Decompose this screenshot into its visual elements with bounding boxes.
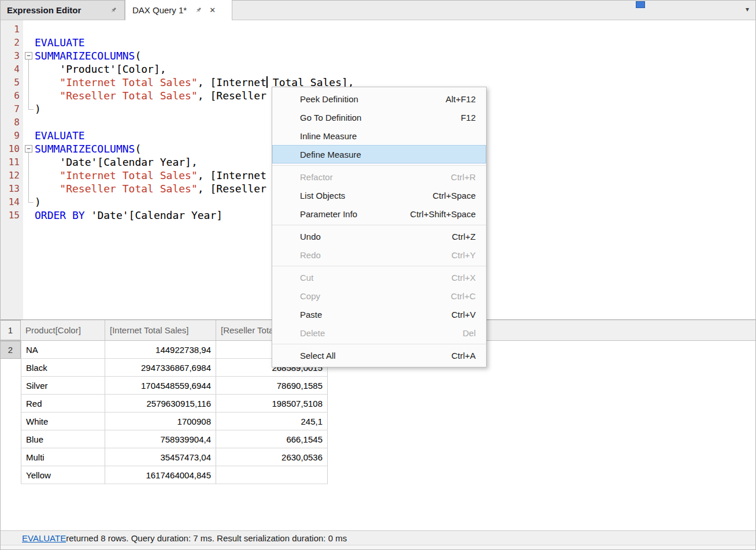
menu-item-shortcut: F12 [461,113,476,122]
table-row: Red2579630915,116198507,5108 [0,395,328,412]
menu-item-undo[interactable]: UndoCtrl+Z [272,227,486,246]
menu-item-cut: CutCtrl+X [272,268,486,287]
close-icon[interactable]: ✕ [209,6,216,14]
row-gutter [0,395,21,412]
document-icon[interactable] [636,1,645,8]
line-number: 14 [0,195,20,209]
tab-expression-editor[interactable]: Expression Editor [0,0,125,20]
table-cell[interactable]: 35457473,04 [105,448,216,466]
table-cell[interactable]: Red [21,395,105,412]
line-number: 2 [0,36,20,49]
menu-item-label: Inline Measure [300,131,462,141]
status-bar: EVALUATE returned 8 rows. Query duration… [0,530,756,545]
table-cell[interactable]: 666,1545 [216,430,328,448]
result-set-button-1[interactable]: 1 [0,320,21,340]
menu-item-select-all[interactable]: Select AllCtrl+A [272,346,486,365]
table-cell[interactable]: 78690,1585 [216,377,328,395]
code-text: ORDER BY 'Date'[Calendar Year] [35,209,223,222]
fold-guide-line [28,153,29,202]
line-number: 11 [0,155,20,169]
table-cell[interactable]: White [21,412,105,430]
row-gutter [0,377,21,395]
table-cell[interactable]: Multi [21,448,105,466]
tab-strip: Expression EditorDAX Query 1*✕ [0,0,232,20]
table-cell[interactable]: NA [21,341,105,359]
code-line[interactable]: 1 [0,23,756,36]
row-gutter [0,430,21,448]
line-number: 15 [0,209,20,222]
table-cell[interactable]: 2579630915,116 [105,395,216,412]
menu-separator [272,165,486,166]
menu-item-label: Redo [300,250,438,260]
menu-item-label: Go To Definition [300,113,447,122]
menu-item-go-to-definition[interactable]: Go To DefinitionF12 [272,108,486,127]
table-cell[interactable]: 245,1 [216,412,328,430]
pin-icon[interactable] [110,6,117,14]
table-cell[interactable]: 758939904,4 [105,430,216,448]
result-set-button-2[interactable]: 2 [0,341,21,359]
line-number: 9 [0,129,20,142]
table-cell[interactable]: 198507,5108 [216,395,328,412]
menu-item-redo: RedoCtrl+Y [272,246,486,264]
table-cell[interactable]: 2947336867,6984 [105,359,216,377]
table-cell[interactable]: Silver [21,377,105,395]
menu-item-shortcut: Ctrl+Z [452,232,476,241]
line-number: 8 [0,116,20,129]
pin-icon[interactable] [195,6,202,14]
row-gutter [0,412,21,430]
line-number: 4 [0,62,20,76]
row-gutter [0,448,21,466]
tab-label: DAX Query 1* [132,5,187,15]
code-text: EVALUATE [35,36,85,49]
table-row: Blue758939904,4666,1545 [0,430,328,448]
table-row: Multi35457473,042630,0536 [0,448,328,466]
table-cell[interactable]: 1700908 [105,412,216,430]
row-gutter [0,466,21,484]
tab-list-dropdown-icon[interactable]: ▾ [746,5,749,13]
code-line[interactable]: 2EVALUATE [0,36,756,49]
menu-item-refactor: RefactorCtrl+R [272,168,486,186]
tab-label: Expression Editor [7,5,81,15]
fold-guide-line [28,60,29,109]
status-evaluate-link[interactable]: EVALUATE [22,533,66,543]
menu-item-shortcut: Ctrl+X [451,273,476,283]
menu-item-shortcut: Del [462,328,476,338]
code-text: EVALUATE [35,129,85,142]
table-cell[interactable]: Blue [21,430,105,448]
code-text: SUMMARIZECOLUMNS( [35,49,141,62]
menu-item-label: Cut [300,273,438,283]
menu-item-shortcut: Ctrl+R [451,172,476,182]
line-number: 1 [0,23,20,36]
menu-item-inline-measure[interactable]: Inline Measure [272,127,486,145]
menu-item-paste[interactable]: PasteCtrl+V [272,305,486,324]
code-line[interactable]: 3SUMMARIZECOLUMNS( [0,49,756,62]
column-header-product-color[interactable]: Product[Color] [21,320,105,340]
table-row: Yellow1617464004,845 [0,466,328,484]
menu-item-parameter-info[interactable]: Parameter InfoCtrl+Shift+Space [272,205,486,223]
table-cell[interactable] [216,466,328,484]
table-cell[interactable]: 1617464004,845 [105,466,216,484]
menu-item-shortcut: Ctrl+Space [432,191,476,200]
tab-dax-query-1[interactable]: DAX Query 1*✕ [125,0,232,20]
menu-item-label: Select All [300,351,438,361]
table-cell[interactable]: Yellow [21,466,105,484]
menu-item-label: Define Measure [300,150,462,159]
line-number: 12 [0,169,20,182]
context-menu: Peek DefinitionAlt+F12Go To DefinitionF1… [272,87,487,367]
table-cell[interactable]: 1704548559,6944 [105,377,216,395]
code-line[interactable]: 4 'Product'[Color], [0,62,756,76]
table-cell[interactable]: Black [21,359,105,377]
menu-item-define-measure[interactable]: Define Measure [272,145,486,163]
line-number: 7 [0,102,20,116]
column-header-internet-total-sales[interactable]: [Internet Total Sales] [105,320,216,340]
menu-item-label: Peek Definition [300,94,432,104]
table-row: Silver1704548559,694478690,1585 [0,377,328,395]
line-number: 3 [0,49,20,62]
text-caret [266,76,268,88]
table-cell[interactable]: 144922738,94 [105,341,216,359]
fold-collapse-icon[interactable]: − [25,52,32,60]
menu-item-list-objects[interactable]: List ObjectsCtrl+Space [272,186,486,205]
table-cell[interactable]: 2630,0536 [216,448,328,466]
fold-collapse-icon[interactable]: − [25,145,32,153]
menu-item-peek-definition[interactable]: Peek DefinitionAlt+F12 [272,90,486,108]
